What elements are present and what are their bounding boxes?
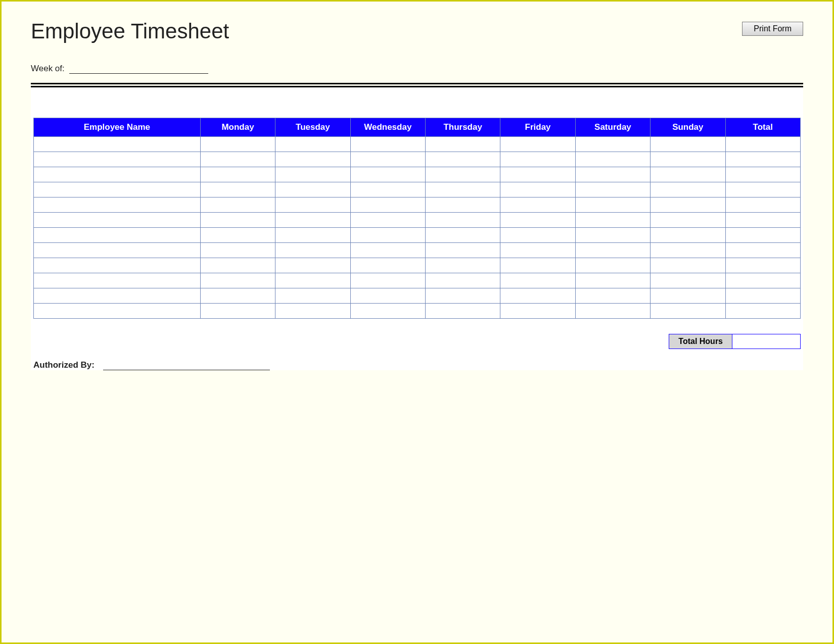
cell-total[interactable] [725,213,800,228]
cell-sun[interactable] [651,137,725,152]
cell-tue[interactable] [275,213,350,228]
cell-mon[interactable] [200,258,275,273]
cell-fri[interactable] [500,258,575,273]
cell-fri[interactable] [500,213,575,228]
cell-mon[interactable] [200,228,275,243]
cell-sat[interactable] [575,213,650,228]
cell-fri[interactable] [500,152,575,167]
cell-total[interactable] [725,152,800,167]
cell-sat[interactable] [575,152,650,167]
cell-wed[interactable] [350,243,425,258]
cell-name[interactable] [34,182,201,197]
cell-wed[interactable] [350,228,425,243]
cell-tue[interactable] [275,197,350,213]
cell-tue[interactable] [275,273,350,288]
cell-total[interactable] [725,197,800,213]
cell-sat[interactable] [575,137,650,152]
cell-wed[interactable] [350,288,425,304]
cell-thu[interactable] [425,167,500,182]
cell-mon[interactable] [200,182,275,197]
cell-tue[interactable] [275,167,350,182]
cell-tue[interactable] [275,304,350,319]
cell-sun[interactable] [651,167,725,182]
cell-tue[interactable] [275,288,350,304]
cell-wed[interactable] [350,152,425,167]
cell-mon[interactable] [200,152,275,167]
cell-mon[interactable] [200,167,275,182]
cell-sat[interactable] [575,304,650,319]
cell-fri[interactable] [500,182,575,197]
cell-total[interactable] [725,137,800,152]
cell-fri[interactable] [500,304,575,319]
cell-name[interactable] [34,243,201,258]
total-hours-input[interactable] [732,334,801,349]
cell-sun[interactable] [651,152,725,167]
cell-mon[interactable] [200,288,275,304]
cell-sun[interactable] [651,243,725,258]
cell-tue[interactable] [275,182,350,197]
cell-tue[interactable] [275,243,350,258]
cell-sat[interactable] [575,258,650,273]
cell-name[interactable] [34,288,201,304]
cell-wed[interactable] [350,213,425,228]
cell-sat[interactable] [575,228,650,243]
cell-mon[interactable] [200,243,275,258]
cell-sat[interactable] [575,243,650,258]
cell-sun[interactable] [651,182,725,197]
cell-sat[interactable] [575,167,650,182]
cell-thu[interactable] [425,182,500,197]
cell-wed[interactable] [350,197,425,213]
week-of-input[interactable] [69,65,208,74]
cell-total[interactable] [725,258,800,273]
cell-total[interactable] [725,182,800,197]
cell-name[interactable] [34,197,201,213]
cell-name[interactable] [34,167,201,182]
cell-thu[interactable] [425,304,500,319]
cell-fri[interactable] [500,197,575,213]
cell-total[interactable] [725,304,800,319]
cell-name[interactable] [34,258,201,273]
print-form-button[interactable]: Print Form [742,22,803,36]
cell-mon[interactable] [200,197,275,213]
cell-thu[interactable] [425,197,500,213]
cell-wed[interactable] [350,273,425,288]
cell-wed[interactable] [350,182,425,197]
cell-sun[interactable] [651,288,725,304]
cell-total[interactable] [725,228,800,243]
cell-thu[interactable] [425,152,500,167]
cell-sun[interactable] [651,213,725,228]
cell-sun[interactable] [651,273,725,288]
cell-tue[interactable] [275,258,350,273]
cell-thu[interactable] [425,228,500,243]
cell-mon[interactable] [200,304,275,319]
cell-name[interactable] [34,137,201,152]
cell-total[interactable] [725,167,800,182]
cell-wed[interactable] [350,304,425,319]
cell-fri[interactable] [500,288,575,304]
cell-sun[interactable] [651,304,725,319]
cell-tue[interactable] [275,137,350,152]
cell-wed[interactable] [350,137,425,152]
cell-fri[interactable] [500,228,575,243]
cell-thu[interactable] [425,213,500,228]
cell-mon[interactable] [200,137,275,152]
cell-wed[interactable] [350,258,425,273]
cell-name[interactable] [34,273,201,288]
cell-sun[interactable] [651,197,725,213]
cell-name[interactable] [34,228,201,243]
cell-total[interactable] [725,243,800,258]
cell-thu[interactable] [425,243,500,258]
cell-thu[interactable] [425,137,500,152]
cell-thu[interactable] [425,288,500,304]
cell-total[interactable] [725,273,800,288]
cell-wed[interactable] [350,167,425,182]
cell-name[interactable] [34,152,201,167]
cell-mon[interactable] [200,213,275,228]
cell-thu[interactable] [425,258,500,273]
cell-mon[interactable] [200,273,275,288]
cell-thu[interactable] [425,273,500,288]
cell-sat[interactable] [575,197,650,213]
cell-tue[interactable] [275,152,350,167]
cell-total[interactable] [725,288,800,304]
cell-fri[interactable] [500,137,575,152]
